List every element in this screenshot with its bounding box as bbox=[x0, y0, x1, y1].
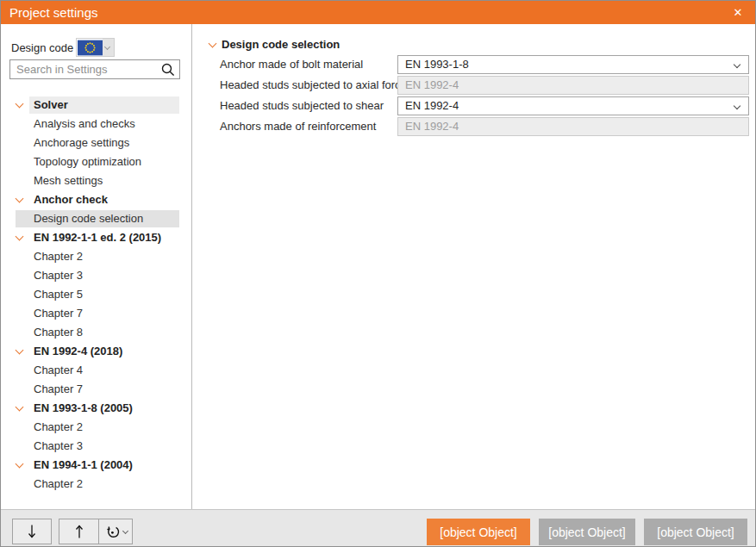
save-as-default-button[interactable]: [object Object] bbox=[539, 519, 635, 545]
field-label: Headed studs subjected to shear bbox=[220, 96, 384, 115]
field-row-anchor-made-of-bolt-material: Anchor made of bolt material EN 1993-1-8 bbox=[220, 55, 755, 74]
field-row-anchors-made-of-reinforcement: Anchors made of reinforcement EN 1992-4 bbox=[220, 117, 755, 136]
tree-item-label: Solver bbox=[34, 96, 68, 115]
tree-item-label: EN 1994-1-1 (2004) bbox=[34, 456, 133, 475]
cancel-button[interactable]: [object Object] bbox=[644, 519, 747, 545]
chevron-down-icon bbox=[16, 460, 24, 469]
chevron-down-icon bbox=[16, 346, 24, 355]
window-title: Project settings bbox=[9, 1, 98, 24]
chevron-down-icon bbox=[16, 403, 24, 412]
tree-item-label: Chapter 3 bbox=[34, 437, 83, 456]
headed-studs-subjected-to-shear-select[interactable]: EN 1992-4 bbox=[397, 96, 749, 115]
settings-tree: Solver Analysis and checks Anchorage set… bbox=[1, 96, 191, 494]
titlebar: Project settings ✕ bbox=[1, 1, 755, 24]
tree-item-label: Chapter 5 bbox=[34, 285, 83, 304]
field-label: Headed studs subjected to axial force bbox=[220, 76, 407, 95]
tree-item-label: Chapter 4 bbox=[34, 361, 83, 380]
tree-item-label: Chapter 2 bbox=[34, 418, 83, 437]
footer-actions: [object Object][object Object][object Ob… bbox=[427, 519, 747, 545]
close-button[interactable]: ✕ bbox=[728, 1, 748, 24]
tree-item-label: Mesh settings bbox=[34, 171, 103, 190]
chevron-down-icon bbox=[734, 61, 740, 68]
tree-item-en-1992-1-1-ed-2-2015[interactable]: EN 1992-1-1 ed. 2 (2015) bbox=[1, 228, 191, 247]
chevron-down-icon bbox=[103, 39, 114, 56]
field-label: Anchors made of reinforcement bbox=[220, 117, 376, 136]
rotate-ccw-icon bbox=[104, 523, 121, 540]
panel-header: Design code selection bbox=[193, 35, 755, 54]
tree-item-label: Chapter 2 bbox=[34, 475, 83, 494]
settings-panel: Design code selection Anchor made of bol… bbox=[193, 24, 755, 509]
chevron-down-icon bbox=[16, 100, 24, 109]
tree-item-label: Anchorage settings bbox=[34, 134, 129, 152]
tree-item-design-code-selection[interactable]: Design code selection bbox=[1, 209, 191, 228]
tree-item-analysis-and-checks[interactable]: Analysis and checks bbox=[1, 115, 191, 134]
project-settings-dialog: Project settings ✕ Design code bbox=[0, 0, 756, 547]
arrow-down-icon bbox=[25, 523, 39, 540]
left-panel: Design code bbox=[1, 24, 192, 509]
tree-item-label: Chapter 7 bbox=[34, 304, 83, 323]
tree-item-label: Design code selection bbox=[34, 209, 143, 228]
tree-item-en-1993-1-8-2005[interactable]: EN 1993-1-8 (2005) bbox=[1, 399, 191, 418]
tree-item-chapter-2[interactable]: Chapter 2 bbox=[1, 247, 191, 266]
anchor-made-of-bolt-material-select[interactable]: EN 1993-1-8 bbox=[397, 55, 749, 74]
close-icon: ✕ bbox=[734, 6, 743, 19]
tree-item-label: Chapter 7 bbox=[34, 380, 83, 399]
tree-item-label: EN 1993-1-8 (2005) bbox=[34, 399, 133, 418]
chevron-down-icon bbox=[122, 527, 128, 533]
tree-item-label: Chapter 3 bbox=[34, 266, 83, 285]
arrow-up-icon bbox=[72, 523, 86, 540]
footer-bar: [object Object][object Object][object Ob… bbox=[1, 509, 755, 546]
tree-item-chapter-2[interactable]: Chapter 2 bbox=[1, 418, 191, 437]
combo-value: EN 1993-1-8 bbox=[405, 56, 469, 73]
arrow-up-button[interactable] bbox=[59, 519, 99, 544]
tree-item-label: Anchor check bbox=[34, 190, 108, 209]
field-row-headed-studs-subjected-to-shear: Headed studs subjected to shear EN 1992-… bbox=[220, 96, 755, 115]
tree-item-en-1992-4-2018[interactable]: EN 1992-4 (2018) bbox=[1, 342, 191, 361]
chevron-down-icon bbox=[734, 103, 740, 109]
eu-flag-icon bbox=[77, 39, 103, 56]
search-icon bbox=[161, 63, 175, 77]
tree-item-chapter-5[interactable]: Chapter 5 bbox=[1, 285, 191, 304]
chevron-down-icon bbox=[16, 233, 24, 241]
tree-item-label: Topology optimization bbox=[34, 152, 141, 171]
tree-item-solver[interactable]: Solver bbox=[1, 96, 191, 115]
tree-item-chapter-8[interactable]: Chapter 8 bbox=[1, 323, 191, 342]
tree-item-chapter-2[interactable]: Chapter 2 bbox=[1, 475, 191, 494]
combo-value: EN 1992-4 bbox=[405, 97, 459, 115]
tree-item-anchor-check[interactable]: Anchor check bbox=[1, 190, 191, 209]
combo-value: EN 1992-4 bbox=[405, 77, 459, 94]
reset-settings-dropdown-button[interactable] bbox=[98, 519, 133, 544]
field-row-headed-studs-subjected-to-axial-force: Headed studs subjected to axial force EN… bbox=[220, 76, 755, 95]
tree-item-en-1994-1-1-2004[interactable]: EN 1994-1-1 (2004) bbox=[1, 456, 191, 475]
tree-item-chapter-3[interactable]: Chapter 3 bbox=[1, 437, 191, 456]
tree-item-chapter-4[interactable]: Chapter 4 bbox=[1, 361, 191, 380]
field-label: Anchor made of bolt material bbox=[220, 55, 363, 74]
tree-item-label: EN 1992-1-1 ed. 2 (2015) bbox=[34, 228, 161, 247]
tree-item-label: Chapter 8 bbox=[34, 323, 83, 342]
panel-title: Design code selection bbox=[222, 35, 340, 54]
design-code-label: Design code bbox=[11, 39, 73, 57]
design-code-dropdown[interactable] bbox=[76, 38, 115, 57]
search-input[interactable] bbox=[10, 60, 179, 78]
tree-item-anchorage-settings[interactable]: Anchorage settings bbox=[1, 134, 191, 152]
tree-item-label: EN 1992-4 (2018) bbox=[34, 342, 122, 361]
chevron-down-icon bbox=[16, 195, 24, 203]
tree-item-chapter-7[interactable]: Chapter 7 bbox=[1, 304, 191, 323]
chevron-down-icon[interactable] bbox=[209, 40, 217, 48]
tree-item-mesh-settings[interactable]: Mesh settings bbox=[1, 171, 191, 190]
tree-item-chapter-7[interactable]: Chapter 7 bbox=[1, 380, 191, 399]
arrow-down-button[interactable] bbox=[12, 519, 52, 544]
save-button[interactable]: [object Object] bbox=[427, 519, 530, 545]
search-box bbox=[9, 59, 180, 79]
tree-item-label: Chapter 2 bbox=[34, 247, 83, 266]
tree-item-label: Analysis and checks bbox=[34, 115, 135, 134]
anchors-made-of-reinforcement-select: EN 1992-4 bbox=[397, 117, 749, 136]
combo-value: EN 1992-4 bbox=[405, 118, 459, 135]
tree-item-topology-optimization[interactable]: Topology optimization bbox=[1, 152, 191, 171]
tree-item-chapter-3[interactable]: Chapter 3 bbox=[1, 266, 191, 285]
headed-studs-subjected-to-axial-force-select: EN 1992-4 bbox=[397, 76, 749, 95]
field-list: Anchor made of bolt material EN 1993-1-8… bbox=[220, 55, 755, 138]
